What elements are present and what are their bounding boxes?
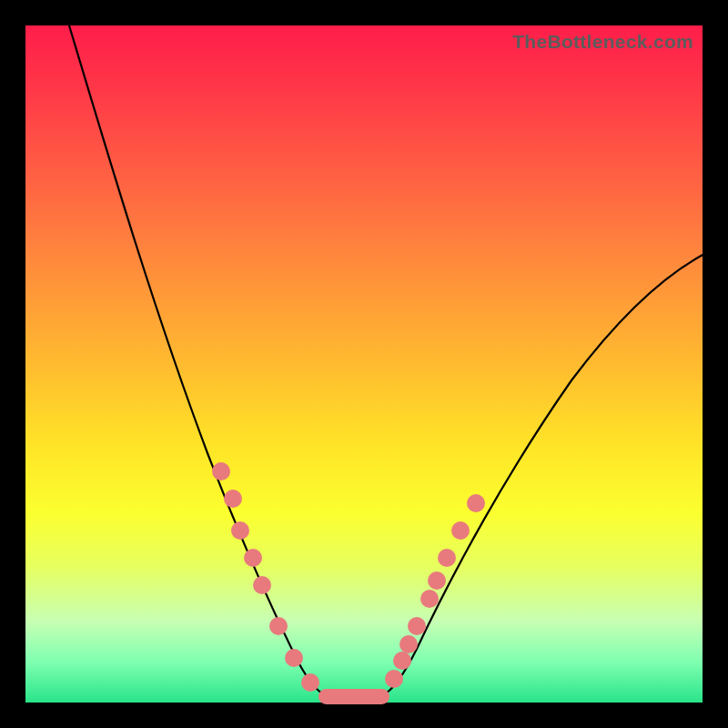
markers-right <box>385 494 485 688</box>
chart-svg <box>25 25 703 703</box>
svg-point-3 <box>244 549 262 567</box>
svg-point-14 <box>438 549 456 567</box>
svg-point-8 <box>385 670 403 688</box>
svg-point-15 <box>451 521 470 540</box>
curve-left <box>66 16 326 695</box>
svg-point-13 <box>428 571 446 590</box>
chart-frame: TheBottleneck.com <box>25 25 703 703</box>
svg-point-0 <box>212 462 230 480</box>
svg-point-4 <box>253 576 271 594</box>
svg-point-6 <box>285 649 303 667</box>
flat-bottom-pill <box>318 689 389 704</box>
svg-point-5 <box>269 617 288 635</box>
curve-right <box>382 253 706 695</box>
markers-left <box>212 462 319 692</box>
svg-point-12 <box>420 590 439 608</box>
svg-point-11 <box>408 617 426 635</box>
svg-point-7 <box>301 673 319 692</box>
svg-point-2 <box>231 521 249 540</box>
svg-point-16 <box>467 494 485 512</box>
svg-point-9 <box>393 652 411 670</box>
watermark: TheBottleneck.com <box>512 31 693 53</box>
svg-point-1 <box>224 490 242 508</box>
svg-point-10 <box>399 635 418 653</box>
